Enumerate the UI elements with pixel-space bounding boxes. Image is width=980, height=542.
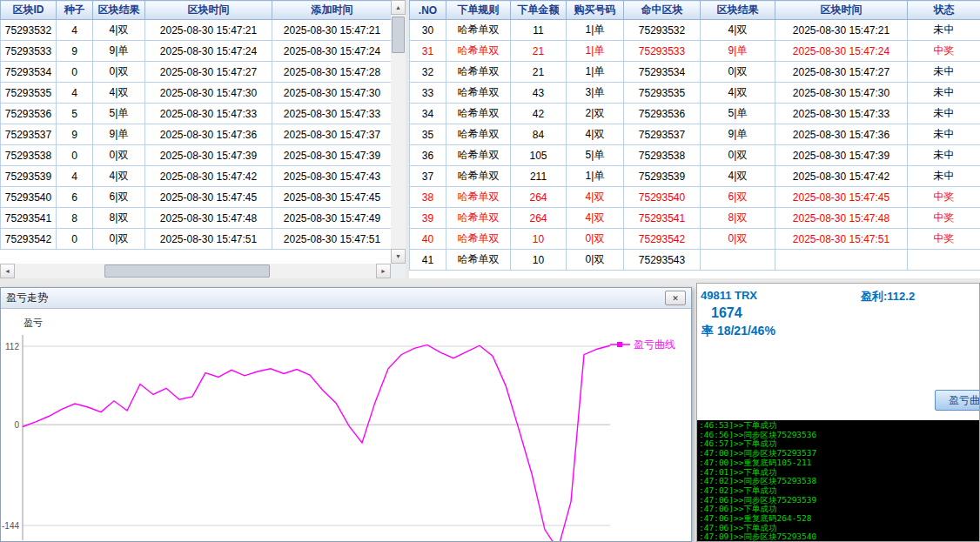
column-header[interactable]: 区块ID [1,1,57,20]
order-row[interactable]: 32 哈希单双 21 1|单 75293534 0|双 2025-08-30 1… [410,62,980,83]
block-row[interactable]: 75293540 6 6|双 2025-08-30 15:47:45 2025-… [1,187,393,208]
column-header[interactable]: 区块时间 [775,1,908,20]
block-time-cell: 2025-08-30 15:47:48 [775,208,908,229]
vertical-scrollbar[interactable]: ▲ ▼ [391,0,406,264]
block-id-cell: 75293537 [1,124,57,145]
column-header[interactable]: 添加时间 [272,1,393,20]
block-id-cell: 75293538 [1,145,57,166]
order-row[interactable]: 31 哈希单双 21 1|单 75293533 9|单 2025-08-30 1… [410,41,980,62]
block-result-cell: 6|双 [93,187,145,208]
column-header[interactable]: 区块结果 [93,1,145,20]
block-row[interactable]: 75293533 9 9|单 2025-08-30 15:47:24 2025-… [1,41,393,62]
order-row[interactable]: 39 哈希单双 264 4|双 75293541 8|双 2025-08-30 … [410,208,980,229]
seed-cell: 4 [57,83,93,104]
block-row[interactable]: 75293539 4 4|双 2025-08-30 15:47:42 2025-… [1,166,393,187]
block-row[interactable]: 75293535 4 4|双 2025-08-30 15:47:30 2025-… [1,83,393,104]
order-row[interactable]: 37 哈希单双 211 1|单 75293539 4|双 2025-08-30 … [410,166,980,187]
profit-curve-button[interactable]: 盈亏曲线 [935,390,980,411]
horizontal-scroll-thumb[interactable] [104,264,270,278]
hit-block-cell: 75293533 [624,41,701,62]
order-amount-cell: 105 [511,145,567,166]
order-no-cell: 30 [410,20,446,41]
block-result-cell: 9|单 [93,41,145,62]
column-header[interactable]: 区块结果 [701,1,775,20]
scroll-right-icon[interactable]: ► [376,264,391,278]
status-cell: 中奖 [908,208,980,229]
block-row[interactable]: 75293538 0 0|双 2025-08-30 15:47:39 2025-… [1,145,393,166]
order-row[interactable]: 35 哈希单双 84 4|双 75293537 9|单 2025-08-30 1… [410,124,980,145]
profit-text: 盈利:112.2 [861,289,915,304]
block-row[interactable]: 75293537 9 9|单 2025-08-30 15:47:36 2025-… [1,124,393,145]
add-time-cell: 2025-08-30 15:47:28 [272,62,393,83]
buy-number-cell: 4|双 [567,124,624,145]
order-no-cell: 39 [410,208,446,229]
block-time-cell: 2025-08-30 15:47:36 [145,124,272,145]
block-result-cell: 8|双 [701,208,775,229]
order-row[interactable]: 36 哈希单双 105 5|单 75293538 0|双 2025-08-30 … [410,145,980,166]
block-id-cell: 75293541 [1,208,57,229]
order-rule-cell: 哈希单双 [446,166,511,187]
buy-number-cell: 1|单 [567,62,624,83]
add-time-cell: 2025-08-30 15:47:49 [272,208,393,229]
block-row[interactable]: 75293541 8 8|双 2025-08-30 15:47:48 2025-… [1,208,393,229]
scroll-down-icon[interactable]: ▼ [391,249,406,264]
vertical-scroll-thumb[interactable] [392,17,405,53]
profit-chart: 盈亏 1120-144 盈亏曲线 [1,309,691,542]
block-result-cell: 0|双 [93,145,145,166]
buy-number-cell: 4|双 [567,187,624,208]
block-result-cell: 0|双 [93,62,145,83]
block-row[interactable]: 75293542 0 0|双 2025-08-30 15:47:51 2025-… [1,229,393,250]
block-result-cell: 4|双 [701,83,775,104]
hit-block-cell: 75293539 [624,166,701,187]
block-id-cell: 75293534 [1,62,57,83]
column-header[interactable]: 种子 [57,1,93,20]
block-time-cell: 2025-08-30 15:47:39 [145,145,272,166]
order-row[interactable]: 30 哈希单双 11 1|单 75293532 4|双 2025-08-30 1… [410,20,980,41]
log-console: :46:53]>>下单成功:46:56]>>同步区块75293536:46:57… [697,420,979,541]
column-header[interactable]: .NO [410,1,446,20]
scroll-left-icon[interactable]: ◄ [0,264,15,278]
order-row[interactable]: 40 哈希单双 10 0|双 75293542 0|双 2025-08-30 1… [410,229,980,250]
log-line: :47:09]>>同步区块75293540 [699,532,979,541]
column-header[interactable]: 命中区块 [624,1,701,20]
add-time-cell: 2025-08-30 15:47:33 [272,104,393,124]
hit-block-cell: 75293541 [624,208,701,229]
block-time-cell: 2025-08-30 15:47:33 [145,104,272,124]
status-cell: 中奖 [908,41,980,62]
add-time-cell: 2025-08-30 15:47:51 [272,229,393,250]
order-row[interactable]: 41 哈希单双 10 0|双 75293543 [410,250,980,271]
chart-window-titlebar[interactable]: 盈亏走势 ✕ [1,288,691,309]
column-header[interactable]: 状态 [908,1,980,20]
order-row[interactable]: 38 哈希单双 264 4|双 75293540 6|双 2025-08-30 … [410,187,980,208]
order-no-cell: 40 [410,229,446,250]
block-result-cell: 9|单 [93,124,145,145]
block-row[interactable]: 75293536 5 5|单 2025-08-30 15:47:33 2025-… [1,104,393,124]
column-header[interactable]: 下单金额 [511,1,567,20]
block-time-cell: 2025-08-30 15:47:45 [775,187,908,208]
column-header[interactable]: 购买号码 [567,1,624,20]
block-id-cell: 75293540 [1,187,57,208]
hit-block-cell: 75293536 [624,104,701,124]
add-time-cell: 2025-08-30 15:47:37 [272,124,393,145]
blocks-table-header-row: 区块ID种子区块结果区块时间添加时间 [1,1,393,20]
block-time-cell: 2025-08-30 15:47:51 [775,229,908,250]
status-cell: 未中 [908,104,980,124]
close-button[interactable]: ✕ [665,291,686,305]
status-cell: 中奖 [908,229,980,250]
horizontal-scrollbar[interactable]: ◄ ► [0,264,391,278]
legend-square-marker [617,342,622,347]
order-row[interactable]: 33 哈希单双 43 3|单 75293535 4|双 2025-08-30 1… [410,83,980,104]
block-row[interactable]: 75293532 4 4|双 2025-08-30 15:47:21 2025-… [1,20,393,41]
block-time-cell: 2025-08-30 15:47:30 [775,83,908,104]
block-row[interactable]: 75293534 0 0|双 2025-08-30 15:47:27 2025-… [1,62,393,83]
order-amount-cell: 264 [511,208,567,229]
order-amount-cell: 11 [511,20,567,41]
block-result-cell: 0|双 [93,229,145,250]
scroll-up-icon[interactable]: ▲ [391,0,406,15]
close-icon: ✕ [672,294,679,303]
block-result-cell: 4|双 [93,166,145,187]
column-header[interactable]: 区块时间 [145,1,272,20]
order-row[interactable]: 34 哈希单双 42 2|双 75293536 5|单 2025-08-30 1… [410,104,980,124]
column-header[interactable]: 下单规则 [446,1,511,20]
seed-cell: 6 [57,187,93,208]
